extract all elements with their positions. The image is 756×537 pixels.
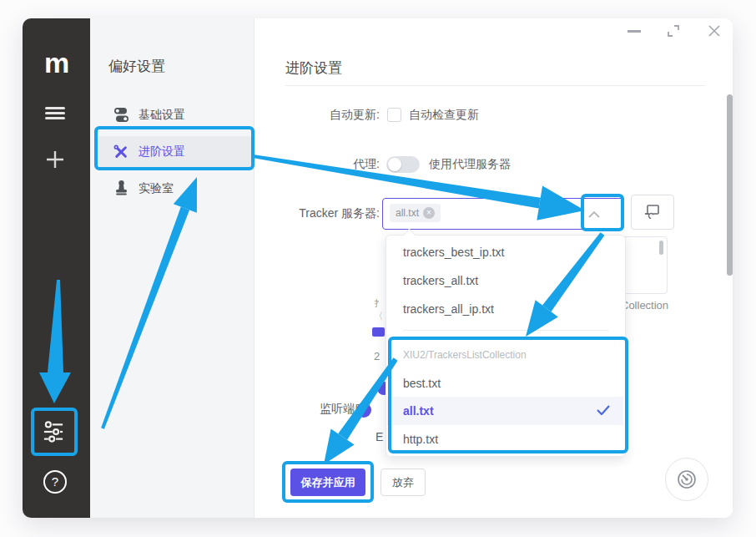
tag-remove-icon[interactable]: ×: [423, 207, 435, 219]
add-task-icon[interactable]: [45, 149, 65, 170]
text-fragment: E: [375, 430, 383, 443]
sync-tracker-button[interactable]: [631, 195, 674, 230]
text-fragment: 扌: [374, 297, 383, 310]
tracker-tag-label: all.txt: [396, 207, 419, 219]
auto-update-option-label: 自动检查更新: [409, 108, 479, 123]
lab-stamp-icon: [114, 180, 129, 195]
sidebar-item-label: 基础设置: [139, 108, 185, 123]
help-icon[interactable]: ?: [43, 470, 67, 494]
dropdown-divider: [403, 330, 608, 331]
close-icon[interactable]: [707, 23, 722, 38]
link-fragment: [372, 327, 385, 337]
tracker-label: Tracker 服务器:: [275, 206, 380, 221]
page-title: 进阶设置: [285, 58, 342, 78]
dropdown-option[interactable]: trackers_all.txt: [403, 274, 478, 287]
sidebar-item-basic[interactable]: 基础设置: [100, 104, 246, 127]
preferences-sidebar: [90, 18, 255, 518]
discard-button[interactable]: 放弃: [381, 469, 426, 496]
content-scrollbar[interactable]: [727, 94, 733, 276]
sidebar-title: 偏好设置: [108, 57, 165, 76]
annotation-box-advanced-item: [94, 126, 255, 170]
text-fragment: 2: [374, 350, 380, 362]
auto-update-checkbox[interactable]: [387, 108, 401, 122]
annotation-box-preferences-icon: [31, 408, 78, 456]
toggle-knob: [388, 158, 401, 171]
annotation-box-save-button: [282, 461, 374, 503]
speed-limit-button[interactable]: [665, 458, 708, 501]
gauge-icon: [674, 467, 699, 492]
textarea-scrollbar[interactable]: [659, 241, 663, 255]
sidebar-item-lab[interactable]: 实验室: [100, 177, 246, 200]
dropdown-option[interactable]: trackers_best_ip.txt: [403, 246, 504, 259]
collection-link-fragment[interactable]: Collection: [621, 299, 668, 312]
sync-device-icon: [644, 204, 661, 220]
text-fragment: 〈: [374, 310, 383, 322]
title-divider: [285, 85, 705, 86]
maximize-icon[interactable]: [667, 24, 680, 38]
annotation-box-chevron: [581, 194, 624, 231]
toggle-fragment: [356, 403, 371, 418]
proxy-label: 代理:: [275, 157, 380, 172]
sidebar-item-label: 实验室: [139, 181, 174, 196]
tracker-tag[interactable]: all.txt ×: [390, 204, 441, 222]
toggles-icon: [113, 107, 129, 123]
motrix-logo: m: [42, 47, 72, 79]
proxy-option-label: 使用代理服务器: [429, 157, 511, 172]
screen: m ? 偏好设置 基础设置: [0, 0, 756, 537]
auto-update-label: 自动更新:: [275, 108, 380, 123]
annotation-box-dropdown-group: [388, 337, 628, 453]
task-list-icon[interactable]: [45, 107, 65, 119]
dropdown-option[interactable]: trackers_all_ip.txt: [403, 302, 494, 316]
minimize-button[interactable]: [627, 30, 641, 33]
proxy-toggle[interactable]: [386, 156, 420, 173]
